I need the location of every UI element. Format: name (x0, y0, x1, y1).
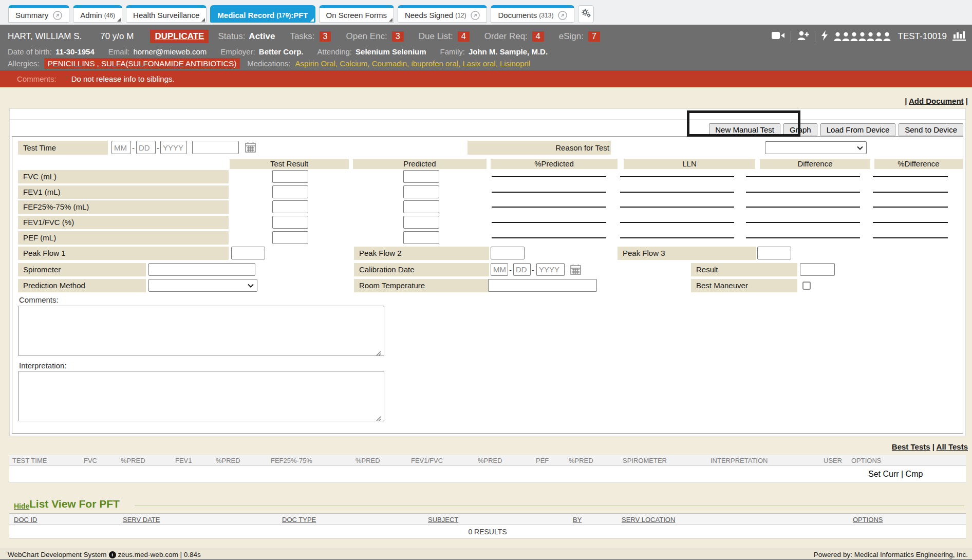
doc-header-doc-type[interactable]: DOC TYPE (282, 516, 316, 524)
tab-on-screen-forms[interactable]: On Screen Forms (319, 5, 394, 23)
doc-header-subject[interactable]: SUBJECT (428, 516, 458, 524)
open-enc-count-badge[interactable]: 3 (392, 31, 404, 42)
popout-icon[interactable] (558, 11, 567, 20)
doc-header-options[interactable]: OPTIONS (853, 516, 883, 524)
load-from-device-button[interactable]: Load From Device (820, 123, 896, 136)
fev1-predicted-input[interactable] (403, 185, 439, 198)
attending-value: Selenium Selenium (356, 47, 426, 56)
calendar-icon[interactable] (570, 264, 581, 277)
result-input[interactable] (800, 263, 835, 276)
fvc-predicted-input[interactable] (403, 170, 439, 183)
hide-list-view-link[interactable]: Hide (14, 502, 29, 510)
results-header-fev1[interactable]: FEV1 (175, 457, 192, 464)
fev1-fvc-pct-predicted-line (492, 222, 606, 223)
new-manual-test-button[interactable]: New Manual Test (709, 123, 780, 136)
peak-flow-2-input[interactable] (491, 247, 525, 259)
results-header-user[interactable]: USER (824, 457, 842, 464)
results-header-pred4[interactable]: %PRED (478, 457, 502, 464)
calendar-icon[interactable] (245, 142, 256, 155)
tab-medical-record[interactable]: Medical Record (179) :PFT (210, 5, 315, 23)
tab-needs-signed-count: (12) (455, 12, 466, 19)
calibration-year-input[interactable] (536, 263, 565, 276)
best-tests-link[interactable]: Best Tests (892, 442, 930, 451)
fev1-fvc-test-result-input[interactable] (272, 216, 308, 229)
results-header-fef[interactable]: FEF25%-75% (271, 457, 312, 464)
results-header-pred2[interactable]: %PRED (216, 457, 240, 464)
tasks-count-badge[interactable]: 3 (320, 31, 331, 42)
test-time-month-input[interactable] (111, 141, 131, 154)
results-header-pred5[interactable]: %PRED (569, 457, 593, 464)
popout-icon[interactable] (53, 11, 62, 20)
pef-predicted-input[interactable] (403, 231, 439, 244)
tab-needs-signed[interactable]: Needs Signed (12) (398, 5, 488, 23)
test-time-label: Test Time (18, 141, 108, 155)
best-maneuver-checkbox[interactable] (802, 282, 811, 290)
chart-stats-icon[interactable] (952, 30, 966, 43)
results-header-fvc[interactable]: FVC (84, 457, 97, 464)
results-header-pred1[interactable]: %PRED (121, 457, 145, 464)
interpretation-textarea[interactable] (18, 371, 384, 421)
add-document-link[interactable]: Add Document (909, 97, 964, 105)
quick-action-lightning-icon[interactable] (821, 30, 828, 43)
tab-admin[interactable]: Admin (46) (73, 5, 122, 23)
add-person-icon[interactable] (797, 30, 809, 43)
calibration-day-input[interactable] (513, 263, 531, 276)
fef-predicted-input[interactable] (403, 200, 439, 213)
results-header-fev1fvc[interactable]: FEV1/FVC (411, 457, 443, 464)
fef-test-result-input[interactable] (272, 200, 308, 213)
duplicate-badge[interactable]: DUPLICATE (150, 30, 209, 43)
reason-for-test-select[interactable] (765, 141, 867, 154)
medications-list[interactable]: Aspirin Oral, Calcium, Coumadin, ibuprof… (295, 59, 531, 68)
esign-count-badge[interactable]: 7 (588, 31, 600, 42)
tab-summary[interactable]: Summary (8, 5, 69, 23)
tab-health-surveillance[interactable]: Health Surveillance (126, 5, 207, 23)
care-team-icons[interactable] (834, 32, 891, 42)
graph-button[interactable]: Graph (783, 123, 817, 136)
best-maneuver-label: Best Maneuver (691, 279, 797, 292)
info-icon[interactable]: i (109, 551, 116, 558)
document-table-header: DOC ID SERV DATE DOC TYPE SUBJECT BY SER… (9, 513, 966, 525)
order-req-count-badge[interactable]: 4 (532, 31, 544, 42)
results-header-pred3[interactable]: %PRED (356, 457, 380, 464)
peak-flow-3-input[interactable] (757, 247, 791, 259)
results-header-interpretation[interactable]: INTERPRETATION (711, 457, 768, 464)
tab-admin-count: (46) (104, 12, 115, 19)
results-header-test-time[interactable]: TEST TIME (12, 457, 47, 464)
set-curr-cmp-links[interactable]: Set Curr | Cmp (868, 470, 923, 479)
pef-difference-line (746, 237, 860, 238)
spirometer-input[interactable] (148, 263, 255, 276)
test-time-time-input[interactable] (192, 141, 239, 154)
room-temperature-input[interactable] (488, 279, 597, 292)
prediction-method-select[interactable] (148, 279, 257, 292)
calibration-month-input[interactable] (491, 263, 508, 276)
results-table-row: Set Curr | Cmp (9, 466, 966, 483)
send-to-device-button[interactable]: Send to Device (899, 123, 963, 136)
test-time-day-input[interactable] (136, 141, 156, 154)
pef-test-result-input[interactable] (272, 231, 308, 244)
doc-header-serv-location[interactable]: SERV LOCATION (622, 516, 675, 524)
results-table-header: TEST TIME FVC %PRED FEV1 %PRED FEF25%-75… (9, 455, 966, 466)
doc-header-serv-date[interactable]: SERV DATE (123, 516, 160, 524)
doc-header-by[interactable]: BY (573, 516, 582, 524)
tab-documents[interactable]: Documents (313) (491, 5, 574, 23)
allergies-value[interactable]: PENICILLINS , SULFA(SULFONAMIDE ANTIBIOT… (44, 58, 240, 69)
divider (10, 119, 965, 120)
results-header-options[interactable]: OPTIONS (851, 457, 882, 464)
fev1-test-result-input[interactable] (272, 185, 308, 198)
settings-gear-button[interactable] (578, 5, 594, 23)
fev1-fvc-predicted-input[interactable] (403, 216, 439, 229)
submenu-corner-icon (201, 18, 205, 22)
doc-header-doc-id[interactable]: DOC ID (14, 516, 38, 524)
form-comments-textarea[interactable] (18, 306, 384, 356)
results-header-spirometer[interactable]: SPIROMETER (623, 457, 667, 464)
peak-flow-1-input[interactable] (231, 247, 265, 259)
email-value[interactable]: horner@mieweb.com (133, 47, 207, 56)
results-header-pef[interactable]: PEF (536, 457, 549, 464)
all-tests-link[interactable]: All Tests (937, 442, 968, 451)
popout-icon[interactable] (471, 11, 480, 20)
due-list-count-badge[interactable]: 4 (458, 31, 470, 42)
pft-panel: New Manual Test Graph Load From Device S… (9, 108, 966, 436)
test-time-year-input[interactable] (160, 141, 187, 154)
fvc-test-result-input[interactable] (272, 170, 308, 183)
video-call-icon[interactable] (772, 31, 785, 42)
